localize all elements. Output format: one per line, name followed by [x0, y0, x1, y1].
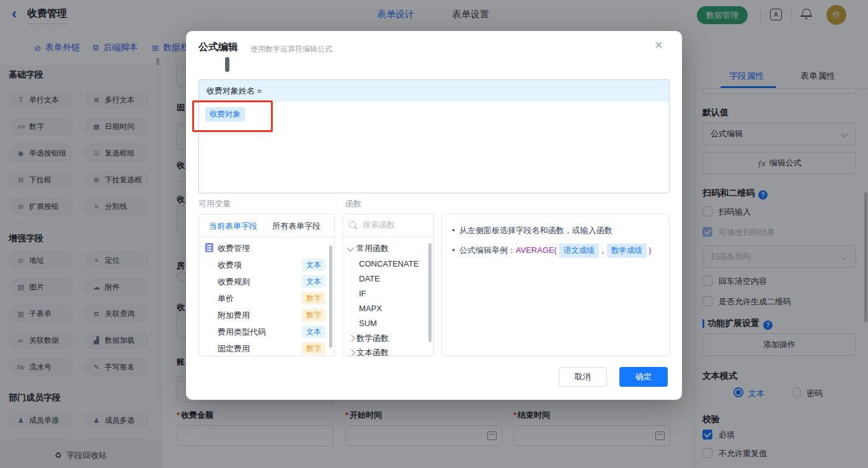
tabs-divider — [199, 237, 334, 237]
variables-panel: 当前表单字段 所有表单字段 收费管理 收费项文本 收费规则文本 单价数字 附加费… — [198, 214, 335, 356]
form-tree-root[interactable]: 收费管理 — [218, 243, 250, 254]
tips-panel: • 从左侧面板选择字段名和函数，或输入函数 • 公式编辑举例：AVERAGE( … — [441, 214, 670, 356]
type-badge: 数字 — [302, 292, 326, 304]
search-divider — [343, 237, 433, 237]
variable-item[interactable]: 单价 — [218, 293, 234, 304]
type-badge: 数字 — [302, 309, 326, 321]
variable-item[interactable]: 费用类型代码 — [218, 327, 266, 338]
tab-all-form-fields[interactable]: 所有表单字段 — [272, 221, 321, 232]
dialog-title: 公式编辑 — [198, 41, 238, 54]
function-item[interactable]: IF — [359, 289, 366, 298]
formula-editor-dialog: 公式编辑 使用数学运算符编辑公式 × 收费对象姓名 = 收费对象 可用变量 函数… — [186, 31, 682, 400]
close-icon[interactable]: × — [655, 37, 663, 53]
form-doc-icon — [205, 243, 213, 252]
functions-label: 函数 — [345, 198, 361, 210]
variable-item[interactable]: 固定费用 — [218, 343, 250, 355]
variables-scrollbar-thumb[interactable] — [329, 245, 332, 348]
type-badge: 文本 — [302, 258, 326, 271]
example-token: 数学成绩 — [607, 244, 647, 258]
tip-line-2: • 公式编辑举例：AVERAGE( 语文成绩，数学成绩 ) — [452, 244, 652, 258]
functions-scrollbar-thumb[interactable] — [428, 243, 432, 342]
function-item[interactable]: SUM — [359, 319, 377, 328]
function-item[interactable]: DATE — [359, 274, 380, 283]
chevron-right-icon — [348, 335, 355, 342]
function-group-math[interactable]: 数学函数 — [356, 333, 389, 344]
function-search-input[interactable] — [361, 219, 426, 230]
variable-item[interactable]: 附加费用 — [218, 310, 250, 321]
variables-label: 可用变量 — [198, 198, 231, 210]
variable-item[interactable]: 收费规则 — [218, 276, 250, 288]
type-badge: 数字 — [302, 342, 326, 355]
variable-item[interactable]: 收费项 — [218, 260, 242, 271]
canvas-scrollbar-thumb[interactable] — [225, 57, 229, 72]
type-badge: 文本 — [302, 275, 326, 288]
formula-target-label: 收费对象姓名 = — [199, 80, 669, 102]
chevron-right-icon — [348, 349, 355, 356]
functions-panel: 常用函数 CONCATENATE DATE IF MAPX SUM 数学函数 文… — [342, 214, 434, 356]
example-token: 语文成绩 — [559, 244, 599, 258]
function-group-common[interactable]: 常用函数 — [356, 243, 389, 254]
cancel-button[interactable]: 取消 — [559, 367, 607, 387]
function-name-text: AVERAGE( — [516, 245, 557, 255]
search-icon — [349, 221, 356, 228]
app-screen: ‹ 收费管理 表单设计 表单设置 数据管理 A 作 ⊘ 表单外链 ⧉ 后端脚本 … — [0, 0, 868, 468]
formula-editor-box[interactable]: 收费对象姓名 = 收费对象 — [198, 79, 670, 193]
annotation-red-box — [192, 100, 273, 132]
function-item[interactable]: CONCATENATE — [359, 259, 418, 268]
tab-current-form-fields[interactable]: 当前表单字段 — [209, 221, 257, 232]
tip-line-1: • 从左侧面板选择字段名和函数，或输入函数 — [452, 225, 613, 236]
ok-button[interactable]: 确定 — [619, 367, 668, 387]
chevron-down-icon — [347, 244, 353, 251]
dialog-subtitle: 使用数学运算符编辑公式 — [250, 44, 332, 55]
type-badge: 文本 — [302, 325, 326, 338]
function-item[interactable]: MAPX — [359, 304, 382, 313]
function-group-text[interactable]: 文本函数 — [356, 347, 389, 356]
